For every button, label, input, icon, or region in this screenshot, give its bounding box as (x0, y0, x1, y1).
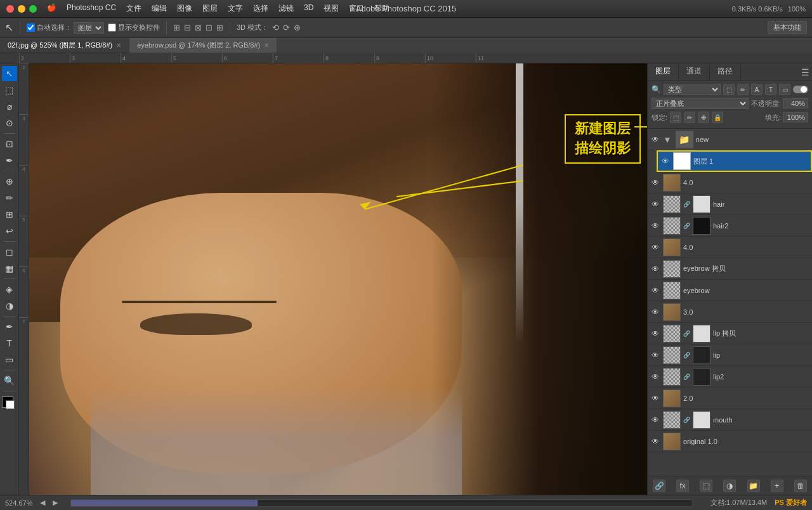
edit-menu[interactable]: 编辑 (152, 3, 167, 14)
tab-layers[interactable]: 图层 (648, 63, 679, 81)
opacity-value[interactable]: 40% (783, 98, 808, 108)
pen-tool[interactable]: ✒ (2, 319, 17, 334)
mac-menu[interactable]: 🍎 Photoshop CC 文件 编辑 图像 图层 文字 选择 滤镜 3D 视… (47, 3, 390, 14)
lasso-tool[interactable]: ⌀ (2, 99, 17, 114)
color-picker[interactable] (2, 396, 17, 412)
tab-channels[interactable]: 通道 (679, 63, 710, 81)
eye-icon-eyebrow[interactable]: 👁 (650, 285, 660, 296)
layer-item-new-group[interactable]: 👁 ▼ 📁 new (648, 129, 812, 150)
layer-select[interactable]: 图层 (74, 22, 104, 34)
nav-arrow-left[interactable]: ◀ (40, 499, 45, 507)
align-top-icon[interactable]: ⊡ (206, 23, 213, 32)
filter-icon5[interactable]: ▭ (779, 84, 790, 95)
eraser-tool[interactable]: ◻ (2, 244, 17, 259)
background-color[interactable] (6, 400, 15, 409)
blend-mode-select[interactable]: 正片叠底 (652, 98, 749, 109)
eye-icon-4.0b[interactable]: 👁 (650, 242, 660, 252)
search-icon[interactable]: 🔍 (652, 85, 661, 94)
eye-icon-layer1[interactable]: 👁 (660, 156, 671, 166)
move-tool-icon[interactable]: ↖ (5, 22, 13, 34)
history-brush[interactable]: ↩ (2, 223, 17, 239)
eye-icon-3.0[interactable]: 👁 (650, 307, 660, 317)
tab-close-2[interactable]: ✕ (264, 42, 269, 49)
eye-icon-new[interactable]: 👁 (650, 134, 660, 145)
layer-mask-btn[interactable]: ⬚ (700, 480, 712, 492)
group-layers-btn[interactable]: 📁 (747, 480, 760, 492)
fill-value[interactable]: 100% (783, 112, 808, 122)
blur-tool[interactable]: ◈ (2, 282, 17, 297)
text-menu[interactable]: 文字 (228, 3, 243, 14)
tab-paths[interactable]: 路径 (710, 63, 741, 81)
eye-icon-lip[interactable]: 👁 (650, 350, 660, 360)
filter-type-select[interactable]: 类型 (664, 84, 721, 95)
layer-item-eyebrow-copy[interactable]: 👁 eyebrow 拷贝 (648, 258, 812, 280)
eye-icon-2.0[interactable]: 👁 (650, 393, 660, 403)
eye-icon-4.0a[interactable]: 👁 (650, 178, 660, 188)
lock-transparent[interactable]: ⬚ (670, 112, 681, 123)
layer-item-layer1[interactable]: 👁 图层 1 (657, 150, 812, 172)
delete-layer-btn[interactable]: 🗑 (794, 480, 807, 492)
filter-icon2[interactable]: ✏ (737, 84, 749, 95)
eye-icon-lip-copy[interactable]: 👁 (650, 329, 660, 339)
eyedropper-tool[interactable]: ✒ (2, 153, 17, 168)
align-center-icon[interactable]: ⊟ (184, 23, 191, 32)
lock-pixels[interactable]: ✏ (684, 112, 695, 123)
maximize-button[interactable] (29, 5, 37, 13)
file-menu[interactable]: 文件 (126, 3, 141, 14)
filter-icon1[interactable]: ⬚ (723, 84, 735, 95)
move-tool[interactable]: ↖ (2, 66, 17, 81)
minimize-button[interactable] (18, 5, 25, 13)
3d-icon3[interactable]: ⊕ (294, 23, 301, 32)
expand-icon[interactable]: ▼ (663, 134, 672, 145)
filter-icon4[interactable]: T (765, 84, 776, 95)
auto-select-check[interactable] (27, 23, 35, 32)
crop-tool[interactable]: ⊡ (2, 136, 17, 152)
workspace-mode[interactable]: 基本功能 (768, 21, 807, 34)
eye-icon-eyebrow-copy[interactable]: 👁 (650, 264, 660, 274)
filter-icon3[interactable]: A (751, 84, 763, 95)
new-layer-btn[interactable]: + (771, 480, 783, 492)
apple-menu[interactable]: 🍎 (47, 3, 56, 14)
align-bottom-icon[interactable]: ⊞ (216, 23, 223, 32)
layer-item-mouth[interactable]: 👁 🔗 mouth (648, 409, 812, 431)
canvas-area[interactable]: 2 3 4 5 6 7 (19, 63, 647, 495)
layer-item-3.0[interactable]: 👁 3.0 (648, 301, 812, 323)
tab-eyebrow[interactable]: eyebrow.psd @ 174% (图层 2, RGB/8#) ✕ (129, 38, 277, 53)
3d-menu[interactable]: 3D (304, 3, 313, 14)
eye-icon-hair[interactable]: 👁 (650, 199, 660, 209)
tab-close-1[interactable]: ✕ (116, 42, 121, 49)
text-tool[interactable]: T (2, 336, 17, 351)
lock-position[interactable]: ✙ (698, 112, 709, 123)
link-layers-btn[interactable]: 🔗 (653, 480, 665, 492)
align-left-icon[interactable]: ⊞ (173, 23, 180, 32)
nav-arrow-right[interactable]: ▶ (53, 499, 58, 507)
layer-style-btn[interactable]: fx (676, 480, 689, 492)
3d-icon1[interactable]: ⟲ (272, 23, 279, 32)
eye-icon-mouth[interactable]: 👁 (650, 415, 660, 425)
3d-icon2[interactable]: ⟳ (283, 23, 290, 32)
shape-tool[interactable]: ▭ (2, 352, 17, 367)
marquee-tool[interactable]: ⬚ (2, 82, 17, 98)
eye-icon-original[interactable]: 👁 (650, 436, 660, 447)
layer-menu[interactable]: 图层 (202, 3, 218, 14)
healing-brush[interactable]: ⊕ (2, 174, 17, 189)
layer-item-lip2[interactable]: 👁 🔗 lip2 (648, 366, 812, 388)
quick-select[interactable]: ⊙ (2, 115, 17, 131)
adjustment-layer-btn[interactable]: ◑ (723, 480, 736, 492)
filter-toggle[interactable] (793, 86, 808, 93)
show-transform-check[interactable] (108, 23, 116, 32)
lock-all[interactable]: 🔒 (712, 112, 723, 123)
close-button[interactable] (6, 5, 14, 13)
panel-menu-icon[interactable]: ☰ (801, 63, 812, 81)
eye-icon-lip2[interactable]: 👁 (650, 372, 660, 382)
layer-item-lip-copy[interactable]: 👁 🔗 lip 拷贝 (648, 323, 812, 344)
clone-tool[interactable]: ⊞ (2, 207, 17, 222)
eye-icon-hair2[interactable]: 👁 (650, 221, 660, 231)
auto-select-checkbox[interactable]: 自动选择： 图层 (27, 22, 104, 34)
filter-menu[interactable]: 滤镜 (278, 3, 294, 14)
window-controls[interactable] (6, 5, 37, 13)
layer-item-hair2[interactable]: 👁 🔗 hair2 (648, 215, 812, 237)
layer-item-lip[interactable]: 👁 🔗 lip (648, 344, 812, 366)
view-menu[interactable]: 视图 (324, 3, 339, 14)
layer-item-4.0b[interactable]: 👁 4.0 (648, 237, 812, 258)
